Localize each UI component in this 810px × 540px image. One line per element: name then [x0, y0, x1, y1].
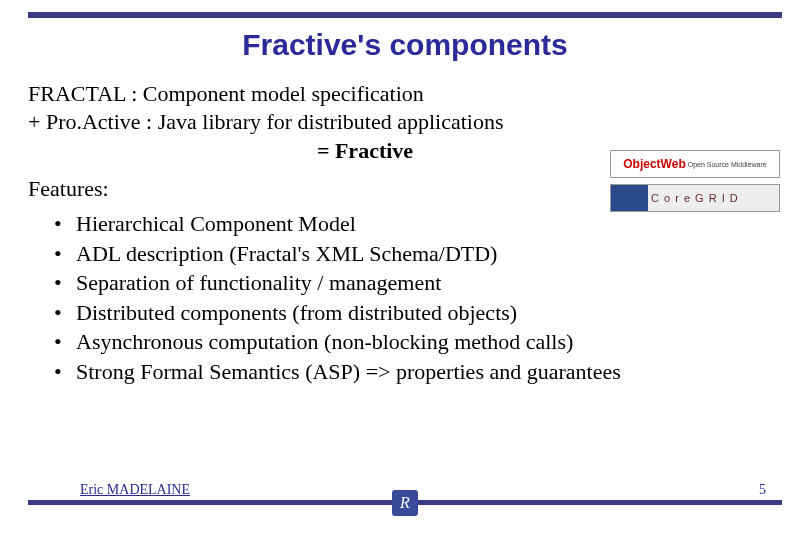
slide-title: Fractive's components: [0, 28, 810, 62]
definition-line-fractal: FRACTAL : Component model specification: [28, 80, 782, 108]
top-divider: [28, 12, 782, 18]
coregrid-logo-text: C o r e G R I D: [651, 192, 739, 204]
objectweb-logo-text: ObjectWeb: [623, 157, 685, 171]
list-item: Separation of functionality / management: [54, 269, 782, 297]
footer-author: Eric MADELAINE: [80, 482, 190, 498]
list-item: ADL description (Fractal's XML Schema/DT…: [54, 240, 782, 268]
footer-badge-icon: R: [392, 490, 418, 516]
list-item: Distributed components (from distributed…: [54, 299, 782, 327]
list-item: Strong Formal Semantics (ASP) => propert…: [54, 358, 782, 386]
slide-footer: Eric MADELAINE R 5: [0, 500, 810, 530]
coregrid-logo: C o r e G R I D: [610, 184, 780, 212]
objectweb-logo-subtext: Open Source Middleware: [688, 161, 767, 168]
slide-body: FRACTAL : Component model specification …: [28, 80, 782, 385]
list-item: Asynchronous computation (non-blocking m…: [54, 328, 782, 356]
footer-badge-letter: R: [400, 494, 410, 512]
sponsor-logos: ObjectWeb Open Source Middleware C o r e…: [610, 150, 780, 218]
page-number: 5: [759, 482, 766, 498]
objectweb-logo: ObjectWeb Open Source Middleware: [610, 150, 780, 178]
features-list: Hierarchical Component Model ADL descrip…: [54, 210, 782, 385]
definition-line-proactive: + Pro.Active : Java library for distribu…: [28, 108, 782, 136]
